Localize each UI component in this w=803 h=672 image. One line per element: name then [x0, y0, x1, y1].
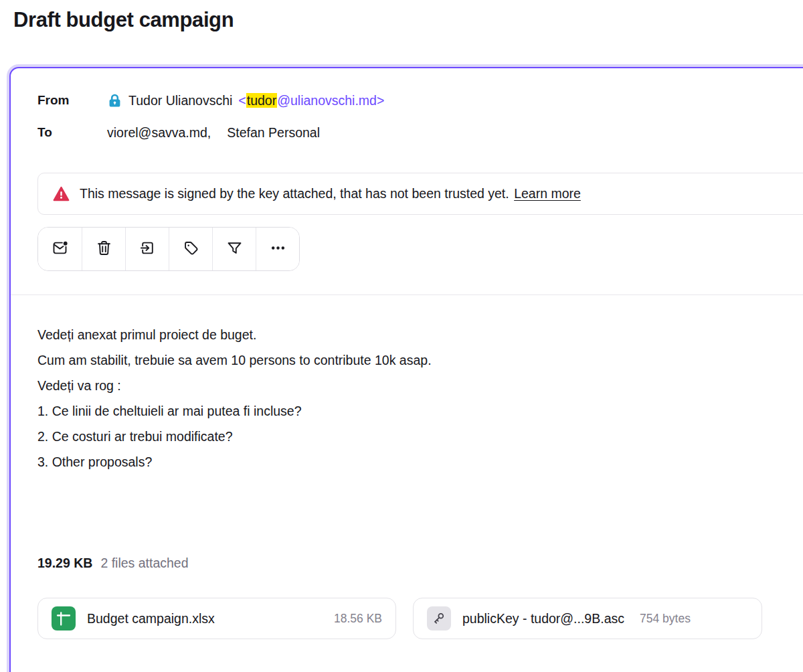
- recipient-address[interactable]: viorel@savva.md,: [107, 125, 211, 141]
- body-line: 1. Ce linii de cheltuieli ar mai putea f…: [37, 398, 803, 424]
- attachments-total-size: 19.29 KB: [37, 556, 92, 571]
- more-options-button[interactable]: [256, 228, 299, 270]
- address-open-bracket: <: [238, 93, 246, 108]
- attachment-size: 18.56 KB: [334, 612, 382, 626]
- address-rest: @ulianovschi.md>: [277, 93, 384, 108]
- message-card: From Tudor Ulianovschi <tudor@ulianovsch…: [9, 67, 803, 672]
- message-body: Vedeți anexat primul proiect de buget. C…: [37, 322, 803, 475]
- attachment-xlsx[interactable]: Budget campaign.xlsx 18.56 KB: [37, 598, 396, 639]
- attachments-count: 2 files attached: [100, 556, 188, 571]
- mark-as-unread-button[interactable]: [38, 228, 82, 270]
- search-highlight: tudor: [246, 93, 277, 108]
- mark-unread-icon: [51, 239, 69, 259]
- body-line: 2. Ce costuri ar trebui modificate?: [37, 424, 803, 449]
- from-row: From Tudor Ulianovschi <tudor@ulianovsch…: [37, 91, 803, 110]
- sender-address[interactable]: <tudor@ulianovschi.md>: [238, 93, 384, 108]
- ellipsis-icon: [269, 239, 287, 259]
- move-to-folder-icon: [139, 239, 157, 259]
- from-label: From: [37, 93, 107, 108]
- body-line: Cum am stabilit, trebuie sa avem 10 pers…: [37, 347, 803, 373]
- body-line: Vedeți anexat primul proiect de buget.: [37, 322, 803, 347]
- page-title: Draft budget campaign: [13, 8, 234, 32]
- warning-message: This message is signed by the key attach…: [80, 186, 509, 201]
- move-to-folder-button[interactable]: [125, 228, 169, 270]
- filter-icon: [226, 239, 244, 259]
- spreadsheet-icon: [52, 606, 76, 631]
- body-line: Vedeți va rog :: [37, 373, 803, 398]
- warning-triangle-icon: [53, 186, 70, 201]
- attachment-public-key[interactable]: publicKey - tudor@...9B.asc 754 bytes: [413, 598, 762, 639]
- filter-button[interactable]: [212, 228, 256, 270]
- sender-name[interactable]: Tudor Ulianovschi: [128, 93, 232, 108]
- recipient-name[interactable]: Stefan Personal: [227, 125, 320, 141]
- learn-more-link[interactable]: Learn more: [514, 186, 581, 201]
- attachments-summary: 19.29 KB 2 files attached: [37, 556, 803, 571]
- label-button[interactable]: [169, 228, 212, 270]
- trash-icon: [95, 239, 113, 259]
- body-line: 3. Other proposals?: [37, 449, 803, 475]
- header-body-divider: [11, 295, 803, 295]
- signature-warning-banner: This message is signed by the key attach…: [37, 173, 803, 215]
- encryption-lock-icon: [107, 93, 122, 108]
- to-row: To viorel@savva.md, Stefan Personal: [37, 123, 803, 142]
- attachment-name: publicKey - tudor@...9B.asc: [462, 611, 624, 626]
- key-icon: [427, 606, 451, 631]
- message-toolbar: [37, 227, 300, 271]
- attachments-list: Budget campaign.xlsx 18.56 KB publicKey …: [37, 598, 803, 639]
- label-tag-icon: [182, 239, 200, 259]
- attachment-size: 754 bytes: [640, 612, 691, 626]
- attachment-name: Budget campaign.xlsx: [87, 611, 215, 626]
- delete-button[interactable]: [82, 228, 125, 270]
- warning-text: This message is signed by the key attach…: [80, 186, 581, 201]
- to-label: To: [37, 125, 107, 140]
